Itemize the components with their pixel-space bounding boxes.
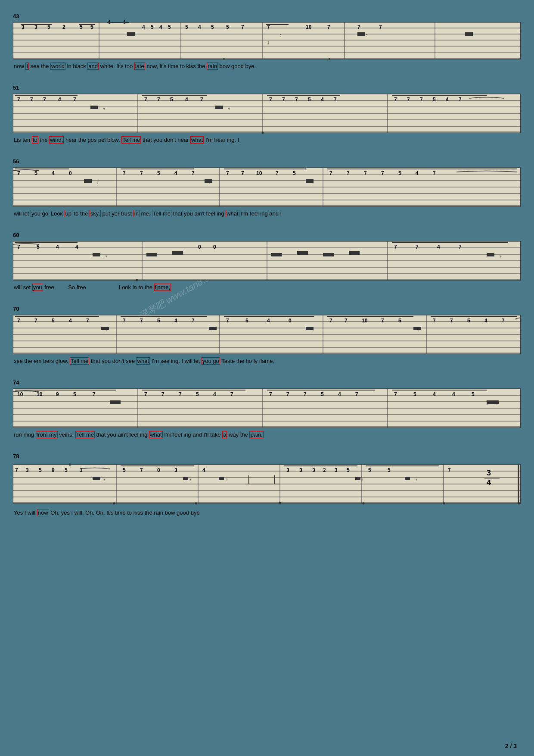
svg-text:7: 7 bbox=[17, 170, 20, 176]
svg-text:7: 7 bbox=[502, 318, 505, 324]
svg-text:7: 7 bbox=[140, 170, 143, 176]
lyric-taste: Taste the ho ly flame, bbox=[221, 358, 274, 364]
svg-point-83 bbox=[262, 132, 264, 134]
lyric-now2: now, it's time to kiss the bbox=[146, 63, 205, 69]
lyric-pain: pain. bbox=[249, 431, 263, 438]
svg-rect-124 bbox=[306, 179, 314, 183]
svg-text:7: 7 bbox=[157, 97, 160, 103]
svg-text:5: 5 bbox=[123, 467, 126, 473]
svg-text:4: 4 bbox=[267, 318, 270, 324]
lyric-that-you: that you don't hear bbox=[143, 137, 190, 143]
svg-text:7: 7 bbox=[329, 318, 332, 324]
svg-text:5: 5 bbox=[65, 467, 68, 473]
lyric-listen: Lis ten bbox=[14, 137, 32, 143]
svg-rect-66 bbox=[90, 106, 98, 109]
svg-text:7: 7 bbox=[334, 97, 337, 103]
lyric-tell-me: Tell me bbox=[121, 136, 141, 144]
svg-text:5: 5 bbox=[226, 24, 229, 30]
lyric-free: free. So free Look in to the bbox=[44, 284, 152, 291]
svg-rect-237 bbox=[110, 400, 121, 404]
lyric-from-my: from my bbox=[36, 431, 58, 438]
svg-rect-196 bbox=[209, 327, 217, 330]
svg-text:7: 7 bbox=[381, 318, 384, 324]
svg-point-318 bbox=[443, 503, 445, 505]
svg-text:5: 5 bbox=[170, 97, 173, 103]
svg-text:5: 5 bbox=[34, 170, 37, 176]
lyrics-51: Lis ten to the wind, hear the gos pel bl… bbox=[13, 137, 521, 143]
svg-text:4: 4 bbox=[52, 170, 55, 176]
svg-text:4: 4 bbox=[69, 318, 72, 324]
svg-text:7: 7 bbox=[230, 391, 233, 397]
svg-text:7: 7 bbox=[30, 97, 33, 103]
svg-text:4: 4 bbox=[452, 391, 455, 397]
svg-text:10: 10 bbox=[37, 391, 43, 397]
svg-text:7: 7 bbox=[226, 318, 229, 324]
svg-text:7: 7 bbox=[459, 97, 462, 103]
svg-text:7: 7 bbox=[329, 170, 332, 176]
svg-text:5: 5 bbox=[52, 318, 55, 324]
svg-text:4: 4 bbox=[142, 24, 145, 30]
svg-text:5: 5 bbox=[245, 318, 248, 324]
lyric-wind: wind, bbox=[49, 136, 64, 144]
tab-staff-56: 7 5 4 0 𝄾 7 7 5 4 7 𝄾 7 7 10 bbox=[13, 166, 521, 209]
svg-text:7: 7 bbox=[407, 97, 410, 103]
svg-text:4: 4 bbox=[159, 24, 162, 30]
section-70: 70 7 7 5 4 7 bbox=[13, 306, 521, 364]
lyric-look-up: Look bbox=[51, 210, 63, 217]
svg-text:7: 7 bbox=[43, 97, 46, 103]
lyric-see-the: see the bbox=[31, 63, 50, 69]
svg-text:4: 4 bbox=[198, 24, 201, 30]
svg-text:3: 3 bbox=[80, 467, 83, 473]
svg-text:5: 5 bbox=[185, 24, 188, 30]
svg-rect-158 bbox=[297, 251, 308, 255]
lyric-to: to bbox=[32, 136, 38, 144]
svg-rect-261 bbox=[487, 400, 494, 404]
svg-rect-294 bbox=[219, 477, 224, 480]
tab-row-51: 7 7 7 4 7 𝄾 7 7 5 4 7 𝄾 7 bbox=[13, 92, 521, 135]
lyric-you-go: you go bbox=[31, 210, 49, 217]
svg-text:5: 5 bbox=[321, 391, 324, 397]
svg-text:7: 7 bbox=[295, 97, 298, 103]
svg-text:7: 7 bbox=[17, 244, 20, 250]
measure-number-74: 74 bbox=[13, 379, 521, 386]
tab-staff-70: 7 7 5 4 7 𝄾 7 7 5 4 7 𝄾 7 5 4 bbox=[13, 313, 521, 356]
lyric-late: late bbox=[134, 62, 145, 70]
svg-text:7: 7 bbox=[345, 318, 348, 324]
tab-row-43: 3 3 5 2 5 5 4 4 4 5 4 5 5 4 5 5 7 bbox=[13, 20, 521, 61]
svg-point-314 bbox=[113, 503, 115, 505]
section-60: 60 7 5 4 4 bbox=[13, 232, 521, 291]
svg-text:4: 4 bbox=[75, 244, 78, 250]
tab-staff-74: 10 10 9 5 7 7 7 7 5 4 7 7 7 7 5 4 bbox=[13, 387, 521, 430]
svg-text:7: 7 bbox=[459, 244, 462, 250]
svg-text:7: 7 bbox=[381, 170, 384, 176]
svg-rect-308 bbox=[405, 477, 410, 480]
svg-point-320 bbox=[279, 502, 281, 504]
svg-text:7: 7 bbox=[34, 318, 37, 324]
svg-text:4: 4 bbox=[487, 478, 491, 487]
svg-text:7: 7 bbox=[144, 391, 147, 397]
svg-text:4: 4 bbox=[446, 97, 449, 103]
svg-text:5: 5 bbox=[433, 97, 436, 103]
lyric-white: white. It's too bbox=[100, 63, 133, 69]
svg-text:7: 7 bbox=[379, 24, 382, 30]
svg-text:0: 0 bbox=[289, 318, 292, 324]
svg-text:7: 7 bbox=[200, 97, 203, 103]
svg-text:5: 5 bbox=[388, 467, 391, 473]
lyric-that-you-dont: that you don't see bbox=[91, 358, 137, 364]
lyric-im-hearing: I'm hear ing. I bbox=[205, 137, 239, 143]
svg-point-43 bbox=[223, 58, 225, 60]
lyric-veins: veins. bbox=[59, 431, 75, 438]
svg-rect-153 bbox=[146, 253, 157, 256]
svg-rect-211 bbox=[413, 327, 421, 330]
svg-text:5: 5 bbox=[73, 391, 76, 397]
measure-number-43: 43 bbox=[13, 13, 521, 19]
svg-text:7: 7 bbox=[304, 391, 307, 397]
svg-rect-159 bbox=[323, 253, 334, 256]
lyric-tell-me-70: Tell me bbox=[70, 357, 89, 365]
svg-text:3: 3 bbox=[335, 467, 338, 473]
svg-text:2: 2 bbox=[62, 24, 65, 30]
lyric-bow-good-bye: bow good bye. bbox=[220, 63, 256, 69]
svg-text:4: 4 bbox=[174, 170, 177, 176]
svg-text:5: 5 bbox=[413, 391, 416, 397]
svg-text:5: 5 bbox=[398, 318, 401, 324]
